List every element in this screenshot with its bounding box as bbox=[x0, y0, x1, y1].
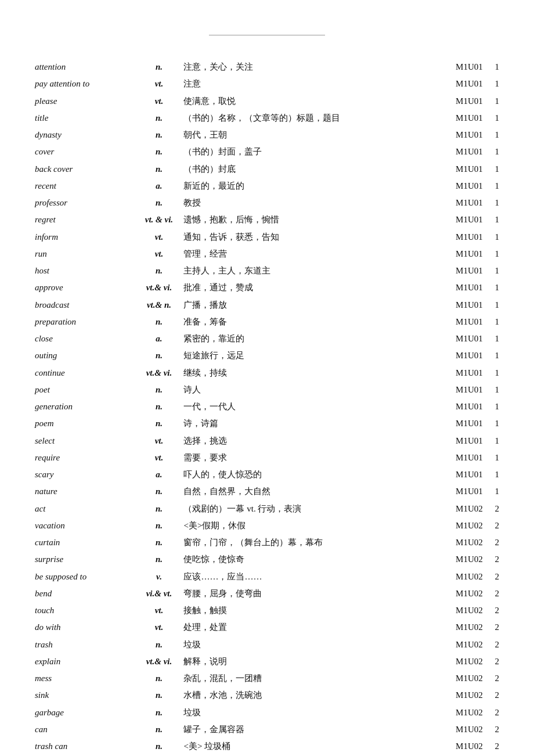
vocab-word: attention bbox=[35, 59, 134, 75]
vocab-row: continuevt.& vi.继续，持续M1U011 bbox=[35, 365, 499, 381]
vocab-definition: 接触，触摸 bbox=[183, 602, 443, 619]
vocab-pos: n. bbox=[134, 262, 183, 279]
vocab-unit: M1U01 bbox=[443, 279, 483, 296]
vocab-word: poem bbox=[35, 415, 134, 432]
vocab-definition: 教授 bbox=[183, 195, 443, 211]
vocab-row: naturen.自然，自然界，大自然M1U011 bbox=[35, 483, 499, 500]
vocab-unit: M1U02 bbox=[443, 585, 483, 602]
vocab-definition: 批准，通过，赞成 bbox=[183, 279, 443, 296]
vocab-word: can bbox=[35, 721, 134, 738]
vocab-unit: M1U02 bbox=[443, 568, 483, 585]
vocab-row: selectvt.选择，挑选M1U011 bbox=[35, 433, 499, 449]
vocab-definition: 水槽，水池，洗碗池 bbox=[183, 687, 443, 704]
vocab-unit: M1U01 bbox=[443, 347, 483, 364]
vocab-pos: vt. bbox=[134, 75, 183, 92]
vocab-unit: M1U01 bbox=[443, 381, 483, 398]
vocab-pos: n. bbox=[134, 670, 183, 687]
vocab-definition: 使吃惊，使惊奇 bbox=[183, 551, 443, 568]
vocab-word: touch bbox=[35, 602, 134, 619]
vocab-definition: 继续，持续 bbox=[183, 365, 443, 381]
vocab-num: 1 bbox=[483, 398, 499, 415]
vocab-unit: M1U02 bbox=[443, 602, 483, 619]
vocab-num: 1 bbox=[483, 246, 499, 262]
vocab-word: preparation bbox=[35, 314, 134, 330]
vocab-pos: v. bbox=[134, 568, 183, 585]
vocab-definition: 新近的，最近的 bbox=[183, 178, 443, 195]
vocab-word: do with bbox=[35, 619, 134, 636]
vocab-word: regret bbox=[35, 211, 134, 228]
vocab-num: 2 bbox=[483, 738, 499, 755]
vocab-word: title bbox=[35, 110, 134, 127]
vocab-word: outing bbox=[35, 347, 134, 364]
vocab-num: 1 bbox=[483, 449, 499, 466]
vocab-definition: 杂乱，混乱，一团糟 bbox=[183, 670, 443, 687]
vocab-pos: vt.& vi. bbox=[134, 279, 183, 296]
vocab-pos: n. bbox=[134, 517, 183, 534]
vocab-unit: M1U01 bbox=[443, 161, 483, 178]
vocab-num: 1 bbox=[483, 347, 499, 364]
vocab-definition: 垃圾 bbox=[183, 636, 443, 653]
vocab-definition: 诗人 bbox=[183, 381, 443, 398]
vocab-word: generation bbox=[35, 398, 134, 415]
vocab-num: 2 bbox=[483, 534, 499, 551]
vocab-definition: （戏剧的）一幕 vt. 行动，表演 bbox=[183, 501, 443, 517]
vocab-row: curtainn.窗帘，门帘，（舞台上的）幕，幕布M1U022 bbox=[35, 534, 499, 551]
vocab-definition: （书的）名称，（文章等的）标题，题目 bbox=[183, 110, 443, 127]
vocab-row: messn.杂乱，混乱，一团糟M1U022 bbox=[35, 670, 499, 687]
vocab-word: mess bbox=[35, 670, 134, 687]
vocab-pos: n. bbox=[134, 398, 183, 415]
vocab-word: select bbox=[35, 433, 134, 449]
vocab-unit: M1U01 bbox=[443, 466, 483, 483]
vocab-unit: M1U02 bbox=[443, 687, 483, 704]
vocab-definition: 一代，一代人 bbox=[183, 398, 443, 415]
vocab-unit: M1U01 bbox=[443, 449, 483, 466]
vocab-row: requirevt.需要，要求M1U011 bbox=[35, 449, 499, 466]
vocab-row: covern.（书的）封面，盖子M1U011 bbox=[35, 143, 499, 160]
vocab-word: inform bbox=[35, 229, 134, 246]
vocab-row: sinkn.水槽，水池，洗碗池M1U022 bbox=[35, 687, 499, 704]
vocab-row: titlen.（书的）名称，（文章等的）标题，题目M1U011 bbox=[35, 110, 499, 127]
vocab-num: 2 bbox=[483, 568, 499, 585]
vocab-pos: n. bbox=[134, 143, 183, 160]
vocab-word: trash can bbox=[35, 738, 134, 755]
vocab-row: runvt.管理，经营M1U011 bbox=[35, 246, 499, 262]
vocab-pos: a. bbox=[134, 466, 183, 483]
vocab-word: act bbox=[35, 501, 134, 517]
vocab-definition: 罐子，金属容器 bbox=[183, 721, 443, 738]
vocab-unit: M1U02 bbox=[443, 501, 483, 517]
vocab-word: sink bbox=[35, 687, 134, 704]
vocab-pos: vt. bbox=[134, 246, 183, 262]
vocab-unit: M1U01 bbox=[443, 127, 483, 143]
vocab-definition: 需要，要求 bbox=[183, 449, 443, 466]
vocab-row: poemn.诗，诗篇M1U011 bbox=[35, 415, 499, 432]
vocab-pos: n. bbox=[134, 636, 183, 653]
vocab-num: 1 bbox=[483, 415, 499, 432]
vocab-pos: n. bbox=[134, 501, 183, 517]
vocab-num: 1 bbox=[483, 161, 499, 178]
vocab-num: 1 bbox=[483, 59, 499, 75]
vocab-row: bendvi.& vt.弯腰，屈身，使弯曲M1U022 bbox=[35, 585, 499, 602]
vocab-definition: 吓人的，使人惊恐的 bbox=[183, 466, 443, 483]
vocab-word: dynasty bbox=[35, 127, 134, 143]
vocab-row: garbagen.垃圾M1U022 bbox=[35, 704, 499, 721]
vocab-unit: M1U01 bbox=[443, 59, 483, 75]
vocab-row: back covern.（书的）封底M1U011 bbox=[35, 161, 499, 178]
vocab-unit: M1U01 bbox=[443, 433, 483, 449]
vocab-unit: M1U01 bbox=[443, 398, 483, 415]
vocab-num: 2 bbox=[483, 602, 499, 619]
vocab-word: be supposed to bbox=[35, 568, 134, 585]
vocab-row: trashn.垃圾M1U022 bbox=[35, 636, 499, 653]
vocab-unit: M1U01 bbox=[443, 314, 483, 330]
vocab-row: broadcastvt.& n.广播，播放M1U011 bbox=[35, 297, 499, 314]
vocab-unit: M1U02 bbox=[443, 534, 483, 551]
vocab-word: cover bbox=[35, 143, 134, 160]
vocab-row: touchvt.接触，触摸M1U022 bbox=[35, 602, 499, 619]
vocab-word: host bbox=[35, 262, 134, 279]
vocab-word: garbage bbox=[35, 704, 134, 721]
vocab-unit: M1U02 bbox=[443, 517, 483, 534]
vocab-pos: n. bbox=[134, 347, 183, 364]
vocab-word: pay attention to bbox=[35, 75, 134, 92]
vocab-row: be supposed tov.应该……，应当……M1U022 bbox=[35, 568, 499, 585]
vocab-num: 1 bbox=[483, 110, 499, 127]
vocab-unit: M1U01 bbox=[443, 178, 483, 195]
